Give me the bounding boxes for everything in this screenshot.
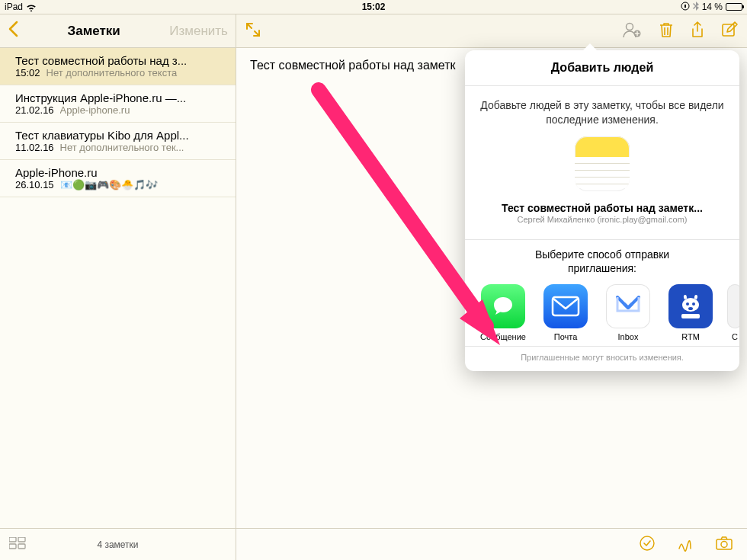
svg-point-10	[721, 541, 727, 547]
note-item-date: 11.02.16	[15, 142, 54, 153]
share-option-label: RTM	[681, 332, 700, 341]
popover-description: Добавьте людей в эту заметку, чтобы все …	[479, 98, 726, 127]
note-list-item[interactable]: Инструкция Apple-iPhone.ru —... 21.02.16…	[0, 85, 236, 123]
share-button[interactable]	[691, 21, 704, 41]
edit-button[interactable]: Изменить	[169, 24, 228, 39]
camera-icon[interactable]	[715, 536, 733, 554]
note-item-title: Тест совместной работы над з...	[15, 54, 225, 67]
svg-rect-11	[553, 297, 579, 315]
popover-title: Добавить людей	[465, 50, 739, 86]
svg-rect-3	[9, 544, 16, 549]
back-button[interactable]	[8, 21, 18, 42]
svg-rect-1	[9, 537, 16, 542]
bluetooth-icon	[693, 2, 699, 13]
notes-app-icon	[575, 136, 630, 191]
inbox-icon	[606, 284, 650, 328]
device-label: iPad	[5, 2, 23, 12]
svg-point-5	[627, 23, 633, 30]
rtm-icon	[668, 284, 713, 328]
note-item-title: Тест клавиатуры Kibo для Appl...	[15, 129, 225, 142]
share-option-label: C	[732, 332, 738, 341]
share-options-row: СообщениеПочтаInboxRTMC	[465, 275, 739, 346]
note-item-preview: Нет дополнительного текста	[46, 67, 225, 78]
note-item-preview: 📧🟢📷🎮🎨🐣🎵🎶	[60, 179, 225, 190]
view-grid-icon[interactable]	[9, 537, 26, 552]
svg-point-15	[688, 307, 693, 310]
expand-icon[interactable]	[245, 22, 261, 40]
add-people-button[interactable]	[622, 21, 642, 41]
select-method-label: Выберите способ отправкиприглашения:	[465, 248, 739, 275]
note-item-title: Apple-iPhone.ru	[15, 166, 225, 179]
note-item-date: 21.02.16	[15, 104, 54, 116]
svg-point-13	[686, 302, 689, 306]
status-time: 15:02	[362, 2, 386, 12]
checklist-icon[interactable]	[639, 535, 656, 555]
share-option-messages[interactable]: Сообщение	[477, 284, 529, 341]
note-list-item[interactable]: Тест клавиатуры Kibo для Appl... 11.02.1…	[0, 123, 236, 160]
add-people-popover: Добавить людей Добавьте людей в эту заме…	[465, 50, 739, 371]
share-option-mail[interactable]: Почта	[540, 284, 592, 341]
messages-icon	[481, 284, 525, 328]
note-item-preview: Нет дополнительного тек...	[60, 142, 225, 153]
svg-rect-16	[681, 314, 700, 318]
wifi-icon	[26, 3, 37, 11]
notes-sidebar: Заметки Изменить Тест совместной работы …	[0, 14, 236, 560]
share-icon-more	[727, 284, 739, 328]
sketch-icon[interactable]	[677, 535, 694, 555]
orientation-lock-icon	[681, 2, 690, 13]
note-item-date: 26.10.15	[15, 179, 54, 190]
sidebar-title: Заметки	[68, 24, 120, 39]
note-count: 4 заметки	[97, 539, 138, 550]
battery-icon	[726, 3, 742, 11]
shared-note-owner: Сергей Михайленко (ironic.play@gmail.com…	[479, 215, 726, 224]
battery-percent: 14 %	[702, 2, 723, 12]
share-option-label: Inbox	[618, 332, 639, 341]
note-item-preview: Apple-iphone.ru	[60, 104, 225, 116]
note-detail: Тест совместной работы над заметк Добави…	[236, 14, 747, 560]
status-bar: iPad 15:02 14 %	[0, 0, 747, 14]
compose-button[interactable]	[721, 21, 738, 41]
share-option-label: Почта	[554, 332, 578, 341]
mail-icon	[543, 284, 588, 328]
share-option-inbox[interactable]: Inbox	[602, 284, 654, 341]
svg-point-8	[640, 536, 654, 550]
svg-rect-4	[18, 544, 25, 549]
note-list: Тест совместной работы над з... 15:02Нет…	[0, 48, 236, 528]
shared-note-name: Тест совместной работы над заметк...	[479, 202, 726, 214]
note-item-date: 15:02	[15, 67, 40, 78]
delete-button[interactable]	[659, 21, 674, 41]
share-option-more[interactable]: C	[727, 284, 739, 341]
popover-footer: Приглашенные могут вносить изменения.	[465, 346, 739, 366]
note-list-item[interactable]: Apple-iPhone.ru 26.10.15📧🟢📷🎮🎨🐣🎵🎶	[0, 160, 236, 197]
note-item-title: Инструкция Apple-iPhone.ru —...	[15, 91, 225, 104]
svg-point-14	[692, 302, 695, 306]
note-list-item[interactable]: Тест совместной работы над з... 15:02Нет…	[0, 48, 236, 85]
share-option-label: Сообщение	[480, 332, 526, 341]
svg-rect-2	[18, 537, 25, 542]
share-option-rtm[interactable]: RTM	[665, 284, 717, 341]
svg-rect-7	[723, 24, 734, 36]
